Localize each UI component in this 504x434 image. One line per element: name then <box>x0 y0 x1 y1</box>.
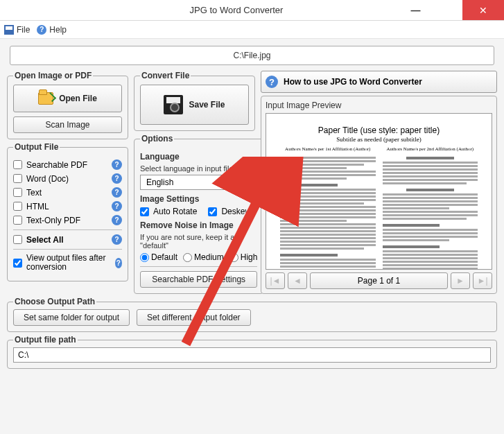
save-file-button[interactable]: Save File <box>140 85 249 125</box>
set-same-folder-button[interactable]: Set same folder for output <box>13 309 130 326</box>
output-searchable-pdf-label: Searchable PDF <box>26 160 87 170</box>
window-title: JPG to Word Converter <box>73 5 400 15</box>
help-icon[interactable]: ? <box>112 201 122 211</box>
window-minimize-button[interactable]: — <box>400 0 431 20</box>
doc-author-b: Authors Name/s per 2nd Affiliation (Auth… <box>383 147 478 153</box>
save-file-label: Save File <box>189 100 225 110</box>
how-to-use-button[interactable]: ? How to use JPG to Word Converter <box>261 71 497 93</box>
help-icon: ? <box>266 76 278 88</box>
language-hint: Select language in input file <box>140 164 257 173</box>
preview-viewport[interactable]: Paper Title (use style: paper title) Sub… <box>266 113 492 270</box>
separator <box>140 266 257 267</box>
deskew-checkbox[interactable] <box>208 207 217 216</box>
scan-image-button[interactable]: Scan Image <box>13 116 122 133</box>
choose-output-path-group: Choose Output Path Set same folder for o… <box>7 297 497 332</box>
view-after-checkbox[interactable] <box>13 259 22 268</box>
help-icon[interactable]: ? <box>112 173 122 184</box>
title-bar: JPG to Word Converter — ✕ <box>0 0 504 21</box>
output-textonly-pdf-label: Text-Only PDF <box>26 216 80 225</box>
output-option-word[interactable]: Word (Doc) ? <box>13 173 122 184</box>
current-file-path: C:\File.jpg <box>10 46 494 65</box>
choose-output-path-legend: Choose Output Path <box>13 297 96 306</box>
language-heading: Language <box>140 152 257 162</box>
menu-bar: File ? Help <box>0 21 504 39</box>
page-next-button[interactable]: ► <box>451 272 470 289</box>
output-option-textonly-pdf[interactable]: Text-Only PDF ? <box>13 215 122 225</box>
image-settings-heading: Image Settings <box>140 194 257 204</box>
page-prev-button[interactable]: ◄ <box>288 272 307 289</box>
output-option-searchable-pdf[interactable]: Searchable PDF ? <box>13 159 122 170</box>
save-floppy-icon <box>164 95 183 114</box>
output-path-input[interactable] <box>13 347 491 363</box>
searchable-pdf-settings-label: Searchable PDF Settings <box>152 275 245 284</box>
doc-subtitle: Subtitle as needed (paper subtitle) <box>280 136 478 143</box>
noise-default[interactable]: Default <box>140 252 177 262</box>
output-file-group: Output File Searchable PDF ? Word (Doc) … <box>7 142 128 281</box>
convert-file-group: Convert File Save File <box>134 71 255 131</box>
auto-rotate-checkbox[interactable] <box>140 207 149 216</box>
select-all-label: Select All <box>26 235 64 245</box>
menu-file[interactable]: File <box>4 25 30 35</box>
how-to-use-label: How to use JPG to Word Converter <box>284 77 422 87</box>
output-html-label: HTML <box>26 202 49 211</box>
options-legend: Options <box>140 134 174 144</box>
client-area: C:\File.jpg Open Image or PDF Open File … <box>0 39 504 434</box>
output-path-legend: Output file path <box>13 335 78 345</box>
page-last-button[interactable]: ►| <box>473 272 492 289</box>
searchable-pdf-settings-button[interactable]: Searchable PDF Settings <box>140 271 257 288</box>
output-searchable-pdf-checkbox[interactable] <box>13 160 22 169</box>
menu-help[interactable]: ? Help <box>37 25 67 35</box>
preview-document: Paper Title (use style: paper title) Sub… <box>270 118 487 265</box>
help-icon[interactable]: ? <box>112 234 122 245</box>
folder-open-icon <box>38 92 53 105</box>
output-html-checkbox[interactable] <box>13 202 22 211</box>
window-close-button[interactable]: ✕ <box>462 0 504 20</box>
output-textonly-pdf-checkbox[interactable] <box>13 216 22 225</box>
output-text-checkbox[interactable] <box>13 188 22 197</box>
output-text-label: Text <box>26 188 42 198</box>
doc-author-a: Authors Name/s per 1st Affiliation (Auth… <box>280 147 376 153</box>
noise-high[interactable]: High <box>229 252 258 262</box>
noise-medium[interactable]: Medium <box>183 252 224 262</box>
auto-rotate-row[interactable]: Auto Rotate <box>140 207 197 216</box>
preview-group: Input Image Preview Paper Title (use sty… <box>261 96 497 294</box>
pager: |◄ ◄ Page 1 of 1 ► ►| <box>266 272 492 289</box>
help-icon[interactable]: ? <box>112 187 122 198</box>
output-path-group: Output file path <box>7 335 497 369</box>
view-after-label: View output files after conversion <box>26 254 111 272</box>
deskew-label: Deskew <box>221 207 251 216</box>
help-icon[interactable]: ? <box>115 258 122 268</box>
noise-heading: Remove Noise in Image <box>140 220 257 230</box>
set-different-folder-button[interactable]: Set different output folder <box>137 309 251 326</box>
page-first-button[interactable]: |◄ <box>266 272 285 289</box>
page-indicator: Page 1 of 1 <box>310 272 448 289</box>
open-image-legend: Open Image or PDF <box>13 71 93 80</box>
output-option-text[interactable]: Text ? <box>13 187 122 198</box>
deskew-row[interactable]: Deskew <box>208 207 251 216</box>
scan-image-label: Scan Image <box>45 120 89 130</box>
select-all-checkbox[interactable] <box>13 235 22 244</box>
output-word-label: Word (Doc) <box>26 174 69 184</box>
menu-file-label: File <box>17 25 30 35</box>
help-icon[interactable]: ? <box>112 159 122 170</box>
open-file-label: Open File <box>59 94 97 103</box>
options-group: Options Language Select language in inpu… <box>134 134 263 294</box>
noise-radio-group: Default Medium High <box>140 252 257 262</box>
output-file-legend: Output File <box>13 142 60 152</box>
help-icon[interactable]: ? <box>245 177 255 188</box>
open-image-group: Open Image or PDF Open File Scan Image <box>7 71 128 139</box>
output-word-checkbox[interactable] <box>13 174 22 183</box>
help-icon: ? <box>37 25 46 35</box>
view-after-row[interactable]: View output files after conversion ? <box>13 254 122 272</box>
output-option-html[interactable]: HTML ? <box>13 201 122 211</box>
help-icon[interactable]: ? <box>112 215 122 225</box>
doc-title: Paper Title (use style: paper title) <box>280 125 478 136</box>
window-maximize-button[interactable] <box>431 0 462 20</box>
auto-rotate-label: Auto Rotate <box>153 207 197 216</box>
convert-file-legend: Convert File <box>140 71 191 80</box>
separator <box>13 249 122 250</box>
language-select[interactable]: English <box>140 175 241 190</box>
open-file-button[interactable]: Open File <box>13 85 122 112</box>
output-select-all[interactable]: Select All ? <box>13 234 122 245</box>
floppy-icon <box>4 25 14 35</box>
